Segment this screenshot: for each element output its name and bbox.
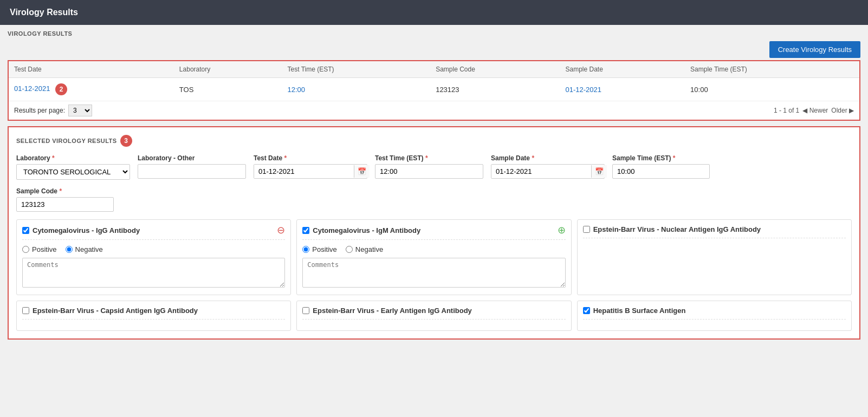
card-2-radio-row: Positive Negative [302, 245, 565, 253]
card-2-checkbox-label[interactable]: Cytomegalovirus - IgM Antibody [302, 226, 420, 234]
test-date-link[interactable]: 01-12-2021 [14, 84, 50, 93]
card-6-title: Hepatitis B Surface Antigen [593, 307, 686, 315]
card-2-positive-label[interactable]: Positive [302, 245, 337, 253]
pagination-info: 1 - 1 of 1 [774, 107, 799, 114]
sample-time-label: Sample Time (EST) * [612, 154, 710, 162]
col-test-time: Test Time (EST) [282, 61, 431, 78]
page-content: VIROLOGY RESULTS Create Virology Results… [0, 25, 868, 345]
col-laboratory: Laboratory [174, 61, 282, 78]
virology-card-4: Epstein-Barr Virus - Capsid Antigen IgG … [16, 301, 291, 331]
virology-card-3: Epstein-Barr Virus - Nuclear Antigen IgG… [577, 219, 852, 295]
test-time-input[interactable] [375, 164, 483, 179]
toolbar-row: Create Virology Results [8, 41, 860, 58]
card-1-title: Cytomegalovirus - IgG Antibody [33, 226, 140, 234]
virology-results-section-label: VIROLOGY RESULTS [8, 30, 860, 37]
test-date-group: Test Date * 📅 [254, 154, 367, 180]
card-2-negative-radio[interactable] [346, 246, 353, 253]
card-4-checkbox[interactable] [22, 307, 29, 314]
card-4-header: Epstein-Barr Virus - Capsid Antigen IgG … [22, 307, 285, 320]
card-2-negative-label[interactable]: Negative [346, 245, 383, 253]
sample-date-input-wrapper: 📅 [491, 164, 605, 179]
card-5-checkbox-label[interactable]: Epstein-Barr Virus - Early Antigen IgG A… [302, 307, 472, 315]
card-4-title: Epstein-Barr Virus - Capsid Antigen IgG … [33, 307, 198, 315]
sample-date-input[interactable] [491, 165, 591, 178]
virology-card-5: Epstein-Barr Virus - Early Antigen IgG A… [296, 301, 571, 331]
card-2-title: Cytomegalovirus - IgM Antibody [313, 226, 420, 234]
card-5-header: Epstein-Barr Virus - Early Antigen IgG A… [302, 307, 565, 320]
card-2-title-row: Cytomegalovirus - IgM Antibody [302, 226, 420, 234]
col-sample-time: Sample Time (EST) [685, 61, 859, 78]
card-3-title-row: Epstein-Barr Virus - Nuclear Antigen IgG… [583, 225, 761, 233]
card-6-title-row: Hepatitis B Surface Antigen [583, 307, 686, 315]
laboratory-other-group: Laboratory - Other [138, 154, 246, 180]
sample-date-calendar-icon[interactable]: 📅 [591, 165, 607, 178]
selected-section-header: SELECTED VIROLOGY RESULTS 3 [16, 135, 852, 147]
cell-test-time: 12:00 [282, 78, 431, 101]
card-1-radio-row: Positive Negative [22, 245, 285, 253]
card-3-title: Epstein-Barr Virus - Nuclear Antigen IgG… [593, 225, 761, 233]
badge-3: 3 [120, 135, 132, 147]
cell-sample-time: 10:00 [685, 78, 859, 101]
card-1-positive-label[interactable]: Positive [22, 245, 57, 253]
card-1-checkbox-label[interactable]: Cytomegalovirus - IgG Antibody [22, 226, 140, 234]
col-sample-date: Sample Date [560, 61, 685, 78]
create-virology-results-button[interactable]: Create Virology Results [769, 41, 860, 58]
laboratory-other-label: Laboratory - Other [138, 154, 246, 162]
card-3-header: Epstein-Barr Virus - Nuclear Antigen IgG… [583, 225, 846, 238]
card-2-positive-radio[interactable] [302, 246, 309, 253]
card-6-checkbox-label[interactable]: Hepatitis B Surface Antigen [583, 307, 686, 315]
table-header-row: Test Date Laboratory Test Time (EST) Sam… [9, 61, 859, 78]
newer-button[interactable]: ◀ Newer [802, 107, 828, 114]
card-2-header: Cytomegalovirus - IgM Antibody ⊕ [302, 225, 565, 240]
sample-date-label: Sample Date * [491, 154, 605, 162]
test-date-label: Test Date * [254, 154, 367, 162]
card-2-add-icon[interactable]: ⊕ [558, 225, 566, 235]
badge-2: 2 [55, 83, 67, 95]
results-table: Test Date Laboratory Test Time (EST) Sam… [9, 61, 859, 101]
card-1-negative-radio[interactable] [66, 246, 73, 253]
card-3-checkbox-label[interactable]: Epstein-Barr Virus - Nuclear Antigen IgG… [583, 225, 761, 233]
virology-cards-grid: Cytomegalovirus - IgG Antibody ⊖ Positiv… [16, 219, 852, 331]
selected-virology-results-section: SELECTED VIROLOGY RESULTS 3 Laboratory *… [8, 126, 860, 340]
card-4-title-row: Epstein-Barr Virus - Capsid Antigen IgG … [22, 307, 198, 315]
col-test-date: Test Date [9, 61, 174, 78]
virology-card-6: Hepatitis B Surface Antigen [577, 301, 852, 331]
laboratory-select[interactable]: TORONTO SEROLOGICAL OTHER [16, 164, 130, 180]
form-grid: Laboratory * TORONTO SEROLOGICAL OTHER L… [16, 154, 852, 180]
card-1-checkbox[interactable] [22, 227, 29, 234]
card-6-header: Hepatitis B Surface Antigen [583, 307, 846, 320]
cell-sample-code: 123123 [430, 78, 560, 101]
card-5-checkbox[interactable] [302, 307, 309, 314]
sample-code-input[interactable] [16, 197, 114, 212]
card-1-remove-icon[interactable]: ⊖ [277, 225, 285, 235]
card-1-negative-label[interactable]: Negative [66, 245, 103, 253]
card-1-title-row: Cytomegalovirus - IgG Antibody [22, 226, 140, 234]
results-per-page-label: Results per page: [14, 107, 65, 114]
card-2-comments[interactable] [302, 258, 565, 288]
table-row: 01-12-2021 2 TOS 12:00 123123 01-12-2021… [9, 78, 859, 101]
cell-sample-date: 01-12-2021 [560, 78, 685, 101]
card-3-checkbox[interactable] [583, 226, 590, 233]
card-2-checkbox[interactable] [302, 227, 309, 234]
test-date-calendar-icon[interactable]: 📅 [354, 165, 370, 178]
selected-section-title: SELECTED VIROLOGY RESULTS [16, 138, 117, 144]
virology-card-2: Cytomegalovirus - IgM Antibody ⊕ Positiv… [296, 219, 571, 295]
card-6-checkbox[interactable] [583, 307, 590, 314]
sample-code-group: Sample Code * [16, 187, 852, 212]
app-title: Virology Results [10, 8, 78, 17]
cell-laboratory: TOS [174, 78, 282, 101]
test-time-label: Test Time (EST) * [375, 154, 483, 162]
card-1-comments[interactable] [22, 258, 285, 288]
virology-card-1: Cytomegalovirus - IgG Antibody ⊖ Positiv… [16, 219, 291, 295]
sample-time-input[interactable] [612, 164, 710, 179]
laboratory-other-input[interactable] [138, 164, 246, 179]
older-button[interactable]: Older ▶ [831, 107, 854, 114]
test-date-input[interactable] [254, 165, 354, 178]
col-sample-code: Sample Code [430, 61, 560, 78]
laboratory-group: Laboratory * TORONTO SEROLOGICAL OTHER [16, 154, 130, 180]
sample-date-group: Sample Date * 📅 [491, 154, 605, 180]
results-per-page-select[interactable]: 3 5 10 [68, 105, 92, 116]
card-5-title-row: Epstein-Barr Virus - Early Antigen IgG A… [302, 307, 472, 315]
card-1-positive-radio[interactable] [22, 246, 29, 253]
card-4-checkbox-label[interactable]: Epstein-Barr Virus - Capsid Antigen IgG … [22, 307, 198, 315]
